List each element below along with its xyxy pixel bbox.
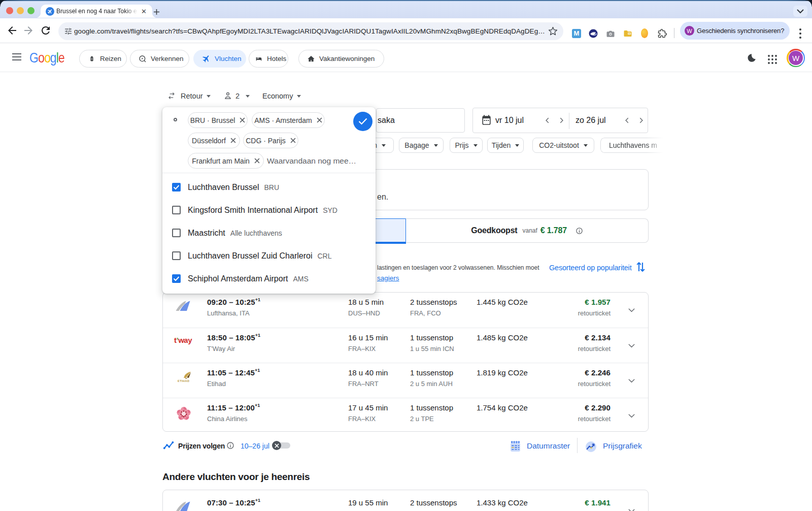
svg-text:ETIHAD: ETIHAD xyxy=(178,379,189,382)
